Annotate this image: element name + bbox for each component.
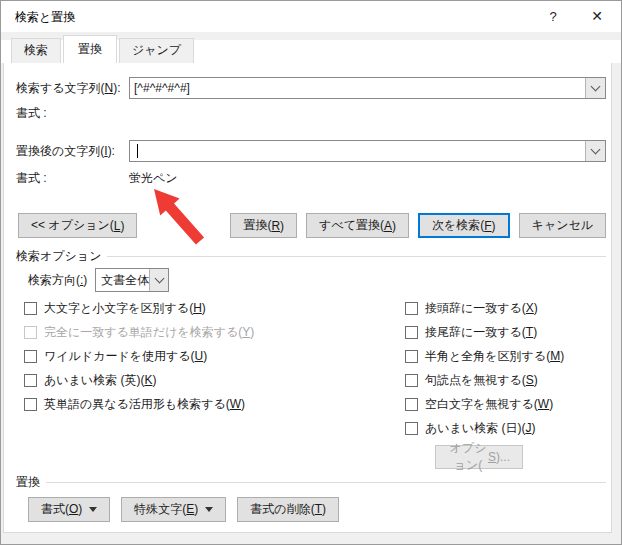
find-what-row: 検索する文字列(N): [^#^#^#^#] bbox=[16, 77, 606, 99]
match-prefix-checkbox[interactable] bbox=[405, 302, 418, 315]
replace-button[interactable]: 置換(R) bbox=[230, 213, 297, 238]
chevron-down-icon bbox=[154, 273, 164, 283]
search-options-group-header: 検索オプション bbox=[16, 248, 606, 264]
replace-with-label: 置換後の文字列(I): bbox=[16, 143, 129, 160]
checkbox-row-ignore-punct: 句読点を無視する(S) bbox=[405, 368, 606, 392]
find-what-value[interactable]: [^#^#^#^#] bbox=[130, 78, 585, 98]
help-button[interactable]: ? bbox=[537, 1, 569, 31]
checkbox-row-word-forms: 英単語の異なる活用形も検索する(W) bbox=[24, 392, 405, 416]
replace-with-value[interactable] bbox=[130, 141, 585, 161]
replace-with-combobox[interactable] bbox=[129, 140, 606, 162]
find-what-label: 検索する文字列(N): bbox=[16, 80, 129, 97]
chevron-down-icon bbox=[591, 144, 601, 154]
find-format-label: 書式 : bbox=[16, 105, 129, 122]
ignore-whitespace-checkbox[interactable] bbox=[405, 398, 418, 411]
title-bar: 検索と置換 ? ✕ bbox=[1, 1, 621, 32]
search-options-right-column: 接頭辞に一致する(X) 接尾辞に一致する(T) 半角と全角を区別する(M) 句読… bbox=[405, 296, 606, 469]
search-options-group-label: 検索オプション bbox=[16, 248, 101, 265]
checkbox-row-match-case: 大文字と小文字を区別する(H) bbox=[24, 296, 405, 320]
remove-format-button[interactable]: 書式の削除(T) bbox=[237, 497, 339, 522]
tab-replace[interactable]: 置換 bbox=[63, 35, 117, 63]
fuzzy-options-button: オプション(S)... bbox=[435, 445, 523, 469]
replace-format-value: 蛍光ペン bbox=[129, 170, 178, 187]
fuzzy-options-row: オプション(S)... bbox=[405, 441, 606, 469]
checkbox-row-match-suffix: 接尾辞に一致する(T) bbox=[405, 320, 606, 344]
replace-format-row: 書式 : 蛍光ペン bbox=[16, 170, 606, 187]
search-options-columns: 大文字と小文字を区別する(H) 完全に一致する単語だけを検索する(Y) ワイルド… bbox=[16, 296, 606, 469]
text-caret bbox=[137, 144, 138, 158]
dialog-title: 検索と置換 bbox=[15, 9, 75, 26]
search-direction-dropdown-button[interactable] bbox=[149, 269, 168, 291]
find-next-button[interactable]: 次を検索(F) bbox=[418, 213, 510, 238]
special-chars-menu-button[interactable]: 特殊文字(E) bbox=[121, 497, 226, 522]
match-case-checkbox[interactable] bbox=[24, 302, 37, 315]
find-what-combobox[interactable]: [^#^#^#^#] bbox=[129, 77, 606, 99]
replace-group-label: 置換 bbox=[16, 474, 40, 491]
search-direction-label: 検索方向(:) bbox=[28, 272, 87, 289]
replace-with-dropdown-button[interactable] bbox=[585, 141, 605, 161]
checkbox-row-sounds-like-jp: あいまい検索 (日)(J) bbox=[405, 416, 606, 440]
group-divider-line bbox=[46, 482, 606, 483]
sounds-like-en-checkbox[interactable] bbox=[24, 374, 37, 387]
group-divider-line bbox=[107, 256, 606, 257]
replace-group-header: 置換 bbox=[16, 474, 606, 490]
search-options-left-column: 大文字と小文字を区別する(H) 完全に一致する単語だけを検索する(Y) ワイルド… bbox=[16, 296, 405, 469]
chevron-down-icon bbox=[591, 81, 601, 91]
replace-format-label: 書式 : bbox=[16, 170, 129, 187]
tab-find[interactable]: 検索 bbox=[11, 38, 61, 63]
find-format-row: 書式 : bbox=[16, 105, 606, 122]
replace-group-button-row: 書式(O) 特殊文字(E) 書式の削除(T) bbox=[16, 497, 606, 522]
tab-goto[interactable]: ジャンプ bbox=[119, 38, 194, 63]
find-what-dropdown-button[interactable] bbox=[585, 78, 605, 98]
close-icon[interactable]: ✕ bbox=[581, 1, 613, 31]
dropdown-arrow-icon bbox=[205, 507, 213, 512]
checkbox-row-ignore-whitespace: 空白文字を無視する(W) bbox=[405, 392, 606, 416]
format-menu-button[interactable]: 書式(O) bbox=[28, 497, 110, 522]
checkbox-row-wildcards: ワイルドカードを使用する(U) bbox=[24, 344, 405, 368]
dropdown-arrow-icon bbox=[89, 507, 97, 512]
sounds-like-jp-checkbox[interactable] bbox=[405, 422, 418, 435]
more-options-button[interactable]: << オプション(L) bbox=[18, 213, 137, 238]
checkbox-row-match-prefix: 接頭辞に一致する(X) bbox=[405, 296, 606, 320]
search-direction-select[interactable]: 文書全体 bbox=[95, 268, 169, 292]
replace-tab-page: 検索する文字列(N): [^#^#^#^#] 書式 : 置換後の文字列(I): bbox=[3, 62, 612, 533]
checkbox-row-whole-words: 完全に一致する単語だけを検索する(Y) bbox=[24, 320, 405, 344]
match-width-checkbox[interactable] bbox=[405, 350, 418, 363]
search-direction-value[interactable]: 文書全体 bbox=[96, 269, 149, 291]
wildcards-checkbox[interactable] bbox=[24, 350, 37, 363]
search-direction-row: 検索方向(:) 文書全体 bbox=[28, 268, 606, 292]
cancel-button[interactable]: キャンセル bbox=[519, 213, 606, 238]
whole-words-checkbox bbox=[24, 326, 37, 339]
match-suffix-checkbox[interactable] bbox=[405, 326, 418, 339]
checkbox-row-sounds-like-en: あいまい検索 (英)(K) bbox=[24, 368, 405, 392]
tab-strip: 検索 置換 ジャンプ bbox=[1, 40, 621, 63]
replace-all-button[interactable]: すべて置換(A) bbox=[306, 213, 409, 238]
replace-with-row: 置換後の文字列(I): bbox=[16, 140, 606, 162]
checkbox-row-match-width: 半角と全角を区別する(M) bbox=[405, 344, 606, 368]
ignore-punct-checkbox[interactable] bbox=[405, 374, 418, 387]
action-button-row: << オプション(L) 置換(R) すべて置換(A) 次を検索(F) キャンセル bbox=[16, 213, 606, 238]
word-forms-checkbox[interactable] bbox=[24, 398, 37, 411]
find-replace-dialog: 検索と置換 ? ✕ 検索 置換 ジャンプ 検索する文字列(N): [^#^#^#… bbox=[0, 0, 622, 545]
